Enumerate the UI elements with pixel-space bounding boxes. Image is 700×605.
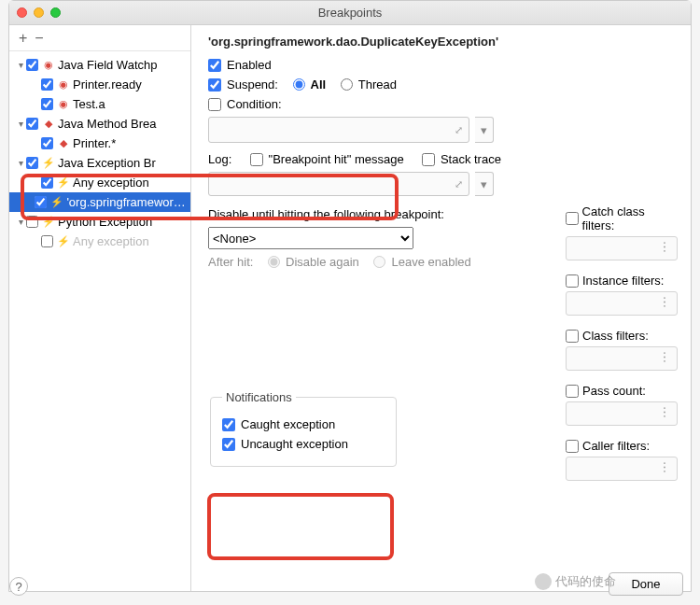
- exception-breakpoint-icon: ⚡: [50, 196, 63, 208]
- method-breakpoint-icon: ◆: [57, 137, 70, 149]
- breakpoint-checkbox[interactable]: [41, 235, 53, 247]
- caught-exception-checkbox[interactable]: Caught exception: [222, 417, 335, 431]
- breakpoint-checkbox[interactable]: [41, 78, 53, 91]
- suspend-thread-radio[interactable]: Thread: [341, 77, 397, 91]
- tree-label: 'org.springframework.dao.DuplicateKeyExc…: [66, 195, 187, 209]
- remove-breakpoint-button[interactable]: −: [35, 30, 43, 47]
- breakpoint-checkbox[interactable]: [26, 59, 38, 71]
- tree-row[interactable]: ◆Printer.*: [9, 134, 190, 153]
- add-breakpoint-button[interactable]: +: [19, 30, 27, 47]
- tree-label: Python Exception: [58, 215, 152, 229]
- expand-icon: ⤢: [455, 124, 463, 136]
- tree-row[interactable]: ⚡Any exception: [9, 232, 190, 251]
- pass-count-checkbox[interactable]: [566, 385, 579, 398]
- tree-label: Test.a: [73, 97, 105, 111]
- body: + − ▾◉Java Field Watchp◉Printer.ready◉Te…: [9, 25, 691, 591]
- disclosure-arrow-icon[interactable]: ▾: [15, 158, 26, 168]
- breakpoint-checkbox[interactable]: [41, 98, 53, 110]
- breakpoint-checkbox[interactable]: [35, 196, 47, 208]
- watchpoint-icon: ◉: [42, 59, 55, 71]
- exception-breakpoint-icon: ⚡: [42, 216, 55, 228]
- notifications-fieldset: Notifications Caught exception Uncaught …: [210, 390, 397, 467]
- breakpoint-header: 'org.springframework.dao.DuplicateKeyExc…: [208, 35, 678, 49]
- enabled-checkbox[interactable]: Enabled: [208, 58, 272, 72]
- titlebar: Breakpoints: [9, 1, 691, 25]
- breakpoint-checkbox[interactable]: [26, 216, 38, 228]
- breakpoint-tree[interactable]: ▾◉Java Field Watchp◉Printer.ready◉Test.a…: [9, 51, 190, 591]
- stack-trace-checkbox[interactable]: Stack trace: [422, 152, 501, 166]
- class-filters-input[interactable]: [566, 346, 678, 371]
- detail-panel: 'org.springframework.dao.DuplicateKeyExc…: [191, 25, 691, 591]
- disclosure-arrow-icon[interactable]: ▾: [15, 60, 26, 70]
- condition-history-button[interactable]: ▾: [475, 117, 494, 143]
- tree-row[interactable]: ◉Test.a: [9, 94, 190, 114]
- exception-breakpoint-icon: ⚡: [42, 157, 55, 169]
- disable-until-select[interactable]: <None>: [208, 227, 413, 249]
- after-hit-label: After hit:: [208, 255, 253, 269]
- disclosure-arrow-icon[interactable]: ▾: [15, 119, 26, 129]
- filters-column: Catch class filters: Instance filters: C…: [566, 204, 678, 494]
- tree-label: Java Field Watchp: [58, 58, 157, 72]
- class-filters-checkbox[interactable]: [566, 330, 579, 343]
- breakpoint-checkbox[interactable]: [41, 176, 53, 189]
- tree-row[interactable]: ▾◉Java Field Watchp: [9, 55, 190, 75]
- breakpoint-checkbox[interactable]: [26, 118, 38, 130]
- exception-breakpoint-icon: ⚡: [57, 235, 70, 247]
- tree-row[interactable]: ◉Printer.ready: [9, 75, 190, 94]
- help-button[interactable]: ?: [9, 577, 28, 596]
- catch-filters-input[interactable]: [566, 236, 678, 260]
- suspend-checkbox[interactable]: Suspend:: [208, 77, 278, 91]
- breakpoint-checkbox[interactable]: [26, 157, 38, 169]
- breakpoint-checkbox[interactable]: [41, 137, 53, 149]
- caller-filters-input[interactable]: [566, 457, 678, 481]
- tree-label: Java Method Brea: [58, 117, 157, 131]
- catch-filters-checkbox[interactable]: [566, 212, 579, 225]
- log-expression-input[interactable]: ⤢: [208, 172, 469, 196]
- condition-input[interactable]: ⤢: [208, 117, 469, 143]
- tree-row[interactable]: ⚡Any exception: [9, 173, 190, 192]
- done-button[interactable]: Done: [609, 572, 683, 596]
- uncaught-exception-checkbox[interactable]: Uncaught exception: [222, 437, 348, 451]
- log-hit-checkbox[interactable]: "Breakpoint hit" message: [250, 152, 404, 166]
- breakpoints-window: Breakpoints + − ▾◉Java Field Watchp◉Prin…: [8, 0, 692, 592]
- sidebar: + − ▾◉Java Field Watchp◉Printer.ready◉Te…: [9, 25, 191, 591]
- suspend-all-radio[interactable]: All: [293, 77, 327, 91]
- tree-label: Any exception: [73, 176, 149, 190]
- window-title: Breakpoints: [9, 6, 691, 20]
- watchpoint-icon: ◉: [57, 78, 70, 91]
- tree-label: Printer.ready: [73, 77, 142, 91]
- tree-label: Any exception: [73, 234, 149, 248]
- exception-breakpoint-icon: ⚡: [57, 176, 70, 189]
- pass-count-input[interactable]: [566, 401, 678, 426]
- log-label: Log:: [208, 152, 231, 166]
- caller-filters-checkbox[interactable]: [566, 440, 579, 453]
- tree-row[interactable]: ▾⚡Java Exception Br: [9, 153, 190, 173]
- tree-label: Java Exception Br: [58, 156, 156, 170]
- condition-checkbox[interactable]: Condition:: [208, 97, 282, 111]
- method-breakpoint-icon: ◆: [42, 118, 55, 130]
- tree-row[interactable]: ▾⚡Python Exception: [9, 212, 190, 232]
- log-expression-history-button[interactable]: ▾: [475, 172, 494, 196]
- watchpoint-icon: ◉: [57, 98, 70, 110]
- disable-again-radio[interactable]: Disable again: [268, 255, 359, 269]
- instance-filters-checkbox[interactable]: [566, 274, 579, 288]
- sidebar-toolbar: + −: [9, 25, 190, 51]
- notifications-legend: Notifications: [222, 390, 296, 404]
- expand-icon: ⤢: [455, 178, 463, 190]
- tree-row[interactable]: ⚡'org.springframework.dao.DuplicateKeyEx…: [9, 192, 190, 212]
- disclosure-arrow-icon[interactable]: ▾: [15, 217, 26, 227]
- tree-row[interactable]: ▾◆Java Method Brea: [9, 114, 190, 134]
- instance-filters-input[interactable]: [566, 291, 678, 316]
- tree-label: Printer.*: [73, 136, 116, 150]
- leave-enabled-radio[interactable]: Leave enabled: [373, 255, 470, 269]
